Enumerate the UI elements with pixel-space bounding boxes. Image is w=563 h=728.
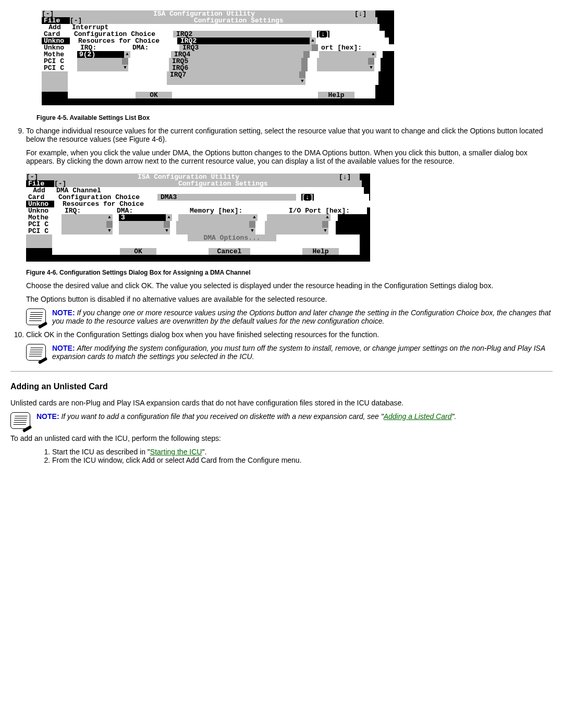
step-10: Click OK in the Configuration Settings d… <box>26 330 553 361</box>
section-lead: To add an unlisted card with the ICU, pe… <box>10 434 553 442</box>
scroll-up-icon[interactable]: ▲ <box>324 214 331 221</box>
note-text-after: ". <box>451 412 456 421</box>
scroll-down-icon[interactable]: ▼ <box>106 228 113 235</box>
dma-selected-value[interactable]: 3 <box>119 214 166 221</box>
step-10-text: Click OK in the Configuration Settings d… <box>26 330 379 339</box>
step-9: To change individual resource values for… <box>26 127 553 325</box>
substep-1-after: ". <box>202 448 206 456</box>
window-resize-icon: [↓][↑] <box>339 174 360 180</box>
para-disabled: The Options button is disabled if no alt… <box>26 295 553 303</box>
note-text: If you change one or more resource value… <box>52 309 550 325</box>
figure-caption: Figure 4-6. Configuration Settings Dialo… <box>26 269 553 276</box>
scroll-down-icon[interactable]: ▼ <box>322 228 328 235</box>
help-button[interactable]: Help <box>302 248 339 255</box>
list-item[interactable]: IRQ3 <box>179 44 312 51</box>
link-adding-listed-card[interactable]: Adding a Listed Card <box>384 412 452 421</box>
para-choose: Choose the desired value and click OK. T… <box>26 281 553 290</box>
label-dma: DMA: <box>132 44 179 51</box>
scroll-up-icon[interactable]: ▲ <box>124 51 130 58</box>
config-choice-value[interactable]: DMA3 <box>157 194 296 201</box>
label-io-port: I/O Port [hex]: <box>289 207 367 214</box>
sidebar-item[interactable]: PCI C <box>42 65 70 71</box>
note-body: NOTE: If you change one or more resource… <box>52 309 553 325</box>
irq-selected-value[interactable]: 9(2) <box>77 51 124 58</box>
note-body: NOTE: If you want to add a configuration… <box>36 412 456 421</box>
note-text-before: If you want to add a configuration file … <box>61 412 383 421</box>
scroll-up-icon[interactable]: ▲ <box>310 38 316 44</box>
note-label: NOTE: <box>52 344 75 352</box>
step-9-text: To change individual resource values for… <box>26 127 543 143</box>
list-item[interactable]: IRQ4 <box>171 51 303 58</box>
section-intro: Unlisted cards are non-Plug and Play ISA… <box>10 399 553 407</box>
note-icon <box>10 412 30 429</box>
dma-options-button[interactable]: DMA Options... <box>188 235 276 241</box>
screenshot-fig-4-6: [-] ISA Configuration Utility [↓][↑] Fil… <box>26 174 370 262</box>
note-label: NOTE: <box>36 412 59 421</box>
section-heading: Adding an Unlisted Card <box>10 382 553 391</box>
figure-caption: Figure 4-5. Available Settings List Box <box>36 114 553 121</box>
ok-button[interactable]: OK <box>136 92 172 98</box>
substep-1: Start the ICU as described in "Starting … <box>52 448 553 456</box>
scroll-up-icon[interactable]: ▲ <box>251 214 258 221</box>
list-item[interactable]: IRQ5 <box>169 58 301 65</box>
dropdown-icon[interactable]: [↓] <box>301 194 314 201</box>
scroll-up-icon[interactable]: ▲ <box>370 51 376 58</box>
note-body: NOTE: After modifying the system configu… <box>52 344 553 361</box>
scroll-down-icon[interactable]: ▼ <box>164 228 170 235</box>
sidebar-item[interactable]: PCI C <box>26 228 54 235</box>
label-memory: Memory [hex]: <box>169 207 289 214</box>
step-9-para: For example, when you click the value un… <box>26 149 553 165</box>
help-button[interactable]: Help <box>318 92 354 98</box>
dialog-title: Configuration Settings <box>194 17 298 24</box>
dropdown-icon[interactable]: [↓] <box>317 31 329 38</box>
scroll-up-icon[interactable]: ▲ <box>166 214 172 221</box>
ok-button[interactable]: OK <box>120 248 156 255</box>
divider <box>10 371 553 372</box>
dialog-title: Configuration Settings <box>178 180 283 187</box>
list-item[interactable] <box>167 78 299 85</box>
note-text: After modifying the system configuration… <box>52 344 545 361</box>
screenshot-fig-4-5: [-] ISA Configuration Utility [↓][↑] Fil… <box>42 10 394 105</box>
substep-2: From the ICU window, click Add or select… <box>52 456 553 464</box>
note-icon <box>26 309 46 325</box>
note-label: NOTE: <box>52 309 75 317</box>
window-resize-icon: [↓][↑] <box>354 10 375 17</box>
label-port-hex: ort [hex]: <box>318 44 394 51</box>
note-icon <box>26 344 46 361</box>
list-item[interactable]: IRQ7 <box>167 71 299 78</box>
cancel-button[interactable]: Cancel <box>209 248 250 255</box>
scroll-up-icon[interactable]: ▲ <box>106 214 113 221</box>
substep-1-before: Start the ICU as described in " <box>52 448 150 456</box>
scroll-down-icon[interactable]: ▼ <box>122 65 128 71</box>
label-irq: IRQ: <box>54 207 117 214</box>
list-item[interactable]: IRQ6 <box>169 65 301 71</box>
scroll-down-icon[interactable]: ▼ <box>368 65 374 71</box>
scroll-down-icon[interactable]: ▼ <box>299 78 305 85</box>
link-starting-icu[interactable]: Starting the ICU <box>150 448 202 456</box>
